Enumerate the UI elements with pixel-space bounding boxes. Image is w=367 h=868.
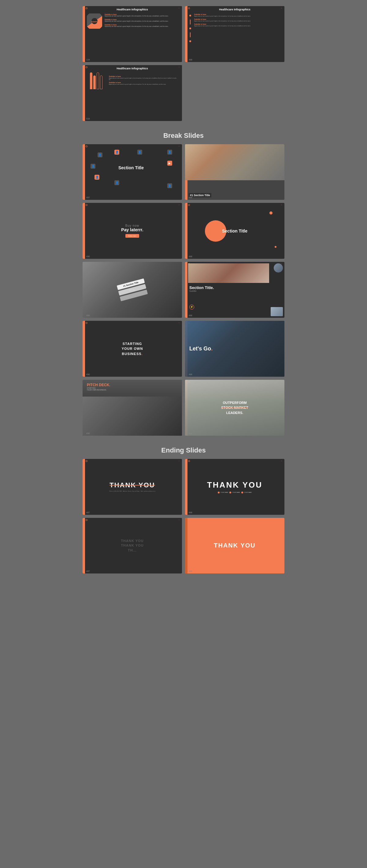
break-slides-header: Break Slides bbox=[83, 124, 284, 144]
people-photo-large bbox=[188, 264, 269, 283]
slide-page: 124 bbox=[86, 59, 90, 61]
break-row-4: ○ STARTING YOUR OWN BUSINESS. 490 ○ Let'… bbox=[83, 321, 284, 377]
bolt-icon: ⚡ bbox=[189, 305, 194, 310]
slide-logo bbox=[86, 146, 87, 147]
slide-healthcare-thermo[interactable]: ○ Healthcare Infographics Subtitle is he… bbox=[83, 65, 182, 121]
thermo-content: Subtitle is here Apparently we had reach… bbox=[83, 71, 182, 90]
section-subtitle-text: Section Title. Subtitle bbox=[189, 285, 214, 292]
slide-logo-square: ○ bbox=[178, 145, 179, 147]
thankyou-overlay-2: THANK YOU / YOUR NAME / YOUR NAME / YOUR… bbox=[185, 459, 284, 515]
slide-title: Healthcare Infographics bbox=[83, 6, 182, 12]
accent-left bbox=[83, 65, 85, 121]
accent-left bbox=[83, 6, 85, 62]
slide-healthcare-pie[interactable]: ○ Healthcare Infographics Subtitle Subti… bbox=[83, 6, 182, 62]
thankyou-overlay-1: THANK YOU Phone: (123) 456-7890 Address:… bbox=[83, 459, 182, 515]
thankyou-big-text: THANK YOU bbox=[110, 482, 155, 489]
pie-item-1: Subtitle is here Apparently we had reach… bbox=[105, 13, 179, 17]
thankyou-small-text: THANK YOU THANK YOU TH... bbox=[121, 539, 143, 553]
outperform-text: OUTPERFORM STOCK MARKET LEADERS. bbox=[218, 400, 251, 415]
slide-page: 490 bbox=[86, 255, 90, 257]
slide-business[interactable]: ○ STARTING YOUR OWN BUSINESS. 490 bbox=[83, 321, 182, 377]
timeline-dots bbox=[189, 13, 191, 42]
slide-page: 490 bbox=[86, 373, 90, 375]
accent-left bbox=[185, 262, 188, 318]
network-center-text: Section Title bbox=[118, 165, 144, 170]
accent-left bbox=[185, 203, 188, 259]
slide-section-sub[interactable]: ○ Section Title. Subtitle ⚡ 486 bbox=[185, 262, 284, 318]
social-item-1: / YOUR NAME bbox=[218, 492, 228, 493]
timeline-items: Subtitle is here Apparently we had reach… bbox=[194, 13, 280, 42]
slide-logo-square: ○ bbox=[178, 66, 179, 68]
slide-page: 490 bbox=[86, 432, 90, 434]
slide-logo-square: ○ bbox=[178, 7, 179, 9]
photo-bg bbox=[185, 144, 284, 181]
business-text: STARTING YOUR OWN BUSINESS. bbox=[122, 341, 143, 356]
accent-left bbox=[83, 144, 85, 200]
person-icon-7: 👤 bbox=[94, 175, 100, 180]
slide-thankyou-2[interactable]: ○ THANK YOU / YOUR NAME / YOUR NAME / YO… bbox=[185, 459, 284, 515]
slide-logo-square: ○ bbox=[178, 322, 179, 323]
buy-now-btn[interactable]: Button here bbox=[125, 234, 139, 238]
empty-placeholder bbox=[185, 65, 284, 121]
slide-network[interactable]: ○ 👤 👤 👤 👤 👤 ▶ 👤 👤 👤 Section Title 487 bbox=[83, 144, 182, 200]
bar-3 bbox=[97, 72, 99, 89]
slide-page: 486 bbox=[189, 570, 192, 572]
pie-chart: Subtitle bbox=[87, 13, 102, 29]
tl-item-3: Subtitle is here Apparently we had reach… bbox=[194, 23, 280, 27]
slide-logo bbox=[188, 204, 190, 206]
break-row-5: ○ PITCH DECK. STARTINGYOUR OWN BUSINESS.… bbox=[83, 380, 284, 436]
slide-page: 487 bbox=[86, 196, 90, 198]
person-icon-5: 👤 bbox=[90, 164, 95, 169]
slide-thankyou-4[interactable]: ○ THANK YOU 486 bbox=[185, 518, 284, 574]
slide-pitch-deck[interactable]: ○ PITCH DECK. STARTINGYOUR OWN BUSINESS.… bbox=[83, 380, 182, 436]
slide-page: 487 bbox=[86, 512, 90, 514]
slide-title: Healthcare Infographics bbox=[185, 6, 284, 12]
office-photo bbox=[83, 397, 182, 436]
thermo-visual bbox=[87, 72, 105, 89]
lets-go-text: Let's Go. bbox=[185, 346, 213, 352]
slide-logo-square: ○ bbox=[281, 204, 282, 206]
tl-item-2: Subtitle is here Apparently we had reach… bbox=[194, 18, 280, 22]
slide-photo-section[interactable]: ○ #1 Section Title 486 bbox=[185, 144, 284, 200]
slide-healthcare-timeline[interactable]: ○ Healthcare Infographics Subtitle is he… bbox=[185, 6, 284, 62]
pitch-subtitle: STARTINGYOUR OWN BUSINESS. bbox=[87, 387, 110, 391]
slide-thankyou-1[interactable]: ○ THANK YOU Phone: (123) 456-7890 Addres… bbox=[83, 459, 182, 515]
person-icon-2: 👤 bbox=[114, 150, 119, 155]
thankyou-social-row: / YOUR NAME / YOUR NAME / YOUR NAME bbox=[218, 492, 252, 493]
person-icon-6: ▶ bbox=[167, 161, 172, 165]
slide-circle-title[interactable]: ○ Section Title 486 bbox=[185, 203, 284, 259]
slide-logo bbox=[188, 7, 190, 9]
person-icon-3: 👤 bbox=[137, 150, 142, 155]
bar-1 bbox=[90, 72, 92, 89]
pie-items: Subtitle is here Apparently we had reach… bbox=[105, 13, 179, 29]
thermo-bars bbox=[90, 72, 103, 89]
slide-page: 486 bbox=[189, 373, 192, 375]
pitch-overlay: PITCH DECK. STARTINGYOUR OWN BUSINESS. bbox=[87, 383, 110, 391]
slide-lets-go[interactable]: ○ Let's Go. 486 bbox=[185, 321, 284, 377]
top-photo-area bbox=[188, 264, 269, 283]
slide-page: 486 bbox=[86, 314, 90, 316]
accent-left bbox=[83, 203, 85, 259]
pitch-title: PITCH DECK. bbox=[87, 383, 110, 387]
timeline-dot-1 bbox=[189, 15, 191, 17]
slide-logo bbox=[86, 7, 87, 9]
accent-left bbox=[83, 321, 85, 377]
tl-item-1: Subtitle is here Apparently we had reach… bbox=[194, 13, 280, 17]
slide-page: 486 bbox=[189, 255, 192, 257]
slide-outperform[interactable]: ○ OUTPERFORM STOCK MARKET LEADERS. 486 bbox=[185, 380, 284, 436]
timeline-dot-2 bbox=[189, 28, 191, 29]
svg-text:Subtitle: Subtitle bbox=[91, 21, 98, 23]
slide-banner[interactable]: ○ photo #1 Section Title 486 bbox=[83, 262, 182, 318]
person-icon-1: 👤 bbox=[97, 152, 103, 157]
social-item-2: / YOUR NAME bbox=[229, 492, 240, 493]
slide-page: 518 bbox=[86, 118, 90, 120]
timeline-content: Subtitle is here Apparently we had reach… bbox=[185, 12, 284, 43]
ending-row-1: ○ THANK YOU Phone: (123) 456-7890 Addres… bbox=[83, 459, 284, 515]
break-row-1: ○ 👤 👤 👤 👤 👤 ▶ 👤 👤 👤 Section Title 487 ○ … bbox=[83, 144, 284, 200]
slide-thankyou-3[interactable]: ○ THANK YOU THANK YOU TH... 487 bbox=[83, 518, 182, 574]
slide-buy-now[interactable]: ○ Buy now Pay laterrr. Button here 490 bbox=[83, 203, 182, 259]
buy-now-sub: Buy now bbox=[125, 224, 139, 227]
ending-row-2: ○ THANK YOU THANK YOU TH... 487 ○ THANK … bbox=[83, 518, 284, 574]
slide-logo-square: ○ bbox=[281, 7, 282, 9]
timeline-line bbox=[190, 20, 191, 25]
